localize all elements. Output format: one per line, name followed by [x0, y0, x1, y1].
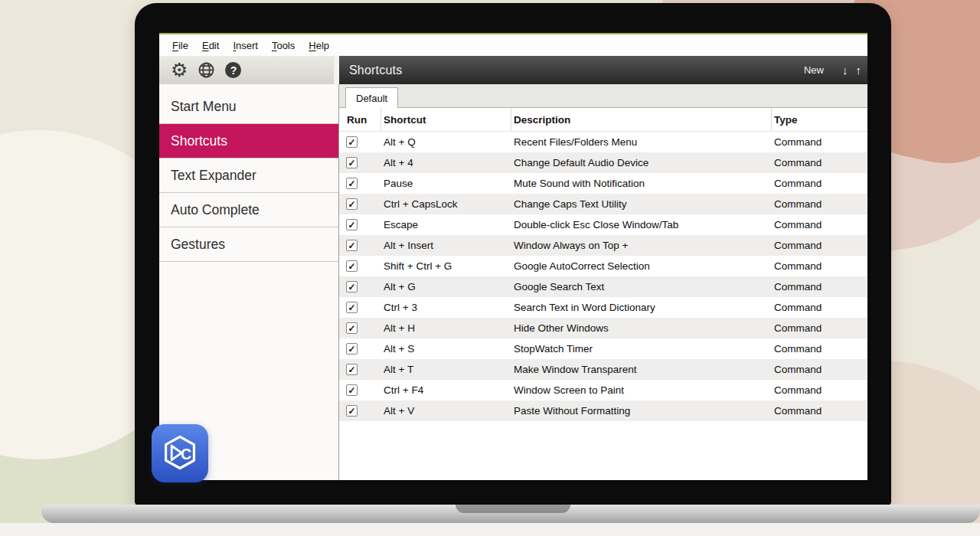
shortcut-cell: Alt + V	[381, 405, 511, 417]
type-cell: Command	[772, 157, 867, 168]
table-row[interactable]: ✓Alt + VPaste Without FormattingCommand	[339, 400, 867, 421]
run-cell: ✓	[339, 260, 381, 272]
table-row[interactable]: ✓PauseMute Sound with NotificationComman…	[339, 173, 867, 194]
sidebar-item-shortcuts[interactable]: Shortcuts	[159, 124, 338, 159]
gear-icon[interactable]: ⚙	[171, 60, 188, 80]
laptop-base-notch	[456, 505, 570, 513]
table-row[interactable]: ✓EscapeDouble-click Esc Close Window/Tab…	[339, 214, 867, 235]
table-row[interactable]: ✓Alt + QRecent Files/Folders MenuCommand	[339, 132, 867, 152]
menu-item-tools[interactable]: Tools	[265, 37, 302, 54]
description-cell: Window Always on Top +	[511, 240, 772, 251]
run-checkbox[interactable]: ✓	[346, 322, 358, 334]
table-row[interactable]: ✓Ctrl + F4Window Screen to PaintCommand	[339, 380, 867, 400]
run-cell: ✓	[339, 198, 381, 210]
description-cell: Google Search Text	[511, 281, 772, 293]
shortcut-cell: Pause	[381, 178, 511, 189]
menu-item-help[interactable]: Help	[302, 37, 336, 54]
menu-item-file[interactable]: File	[165, 37, 195, 54]
description-cell: Make Window Transparent	[511, 364, 772, 375]
run-cell: ✓	[339, 364, 381, 375]
run-cell: ✓	[339, 384, 381, 396]
table-row[interactable]: ✓Alt + HHide Other WindowsCommand	[339, 318, 867, 338]
move-up-button[interactable]: ↑	[856, 64, 862, 77]
table-row[interactable]: ✓Shift + Ctrl + GGoogle AutoCorrect Sele…	[339, 256, 867, 276]
run-checkbox[interactable]: ✓	[346, 136, 358, 148]
laptop-screen: FileEditInsertToolsHelp ⚙ ? Shortcuts	[159, 33, 867, 480]
run-cell: ✓	[339, 240, 381, 251]
run-checkbox[interactable]: ✓	[346, 281, 358, 293]
type-cell: Command	[772, 198, 867, 210]
table-row[interactable]: ✓Alt + SStopWatch TimerCommand	[339, 338, 867, 359]
sidebar-item-text-expander[interactable]: Text Expander	[159, 159, 338, 193]
menu-bar: FileEditInsertToolsHelp	[159, 33, 867, 56]
run-cell: ✓	[339, 302, 381, 313]
description-cell: Double-click Esc Close Window/Tab	[511, 219, 772, 230]
table-header: Run Shortcut Description Type	[339, 108, 867, 132]
type-cell: Command	[772, 136, 867, 148]
table-row[interactable]: ✓Ctrl + 3Search Text in Word DictionaryC…	[339, 297, 867, 318]
column-header-shortcut[interactable]: Shortcut	[381, 108, 511, 131]
run-checkbox[interactable]: ✓	[346, 343, 358, 355]
column-header-type[interactable]: Type	[772, 108, 867, 131]
table-row[interactable]: ✓Alt + TMake Window TransparentCommand	[339, 359, 867, 380]
column-header-run[interactable]: Run	[339, 108, 381, 131]
run-cell: ✓	[339, 219, 381, 230]
description-cell: Change Default Audio Device	[511, 157, 772, 168]
run-checkbox[interactable]: ✓	[346, 364, 358, 375]
help-icon[interactable]: ?	[225, 62, 241, 78]
panel-header: Shortcuts New ↓ ↑	[339, 56, 867, 84]
run-cell: ✓	[339, 405, 381, 417]
run-cell: ✓	[339, 322, 381, 334]
description-cell: Change Caps Text Utility	[511, 198, 772, 210]
type-cell: Command	[772, 384, 867, 396]
run-checkbox[interactable]: ✓	[346, 157, 358, 168]
sidebar-item-auto-complete[interactable]: Auto Complete	[159, 193, 338, 227]
globe-icon[interactable]	[198, 61, 215, 79]
table-row[interactable]: ✓Alt + InsertWindow Always on Top +Comma…	[339, 235, 867, 256]
shortcut-cell: Ctrl + F4	[381, 384, 511, 396]
tab-bar: Default	[339, 84, 867, 108]
sidebar-item-start-menu[interactable]: Start Menu	[159, 90, 338, 124]
shortcut-cell: Alt + H	[381, 322, 511, 334]
shortcut-cell: Alt + Q	[381, 136, 511, 148]
table-row[interactable]: ✓Ctrl + CapsLockChange Caps Text Utility…	[339, 194, 867, 214]
table-row[interactable]: ✓Alt + 4Change Default Audio DeviceComma…	[339, 152, 867, 173]
type-cell: Command	[772, 364, 867, 375]
menu-item-edit[interactable]: Edit	[195, 37, 226, 54]
description-cell: Google AutoCorrect Selection	[511, 260, 772, 272]
sidebar-item-gestures[interactable]: Gestures	[159, 227, 338, 262]
laptop-base	[41, 505, 980, 523]
move-down-button[interactable]: ↓	[842, 64, 848, 77]
type-cell: Command	[772, 260, 867, 272]
shortcut-cell: Alt + G	[381, 281, 511, 293]
type-cell: Command	[772, 240, 867, 251]
run-checkbox[interactable]: ✓	[346, 405, 358, 417]
run-checkbox[interactable]: ✓	[346, 178, 358, 189]
run-checkbox[interactable]: ✓	[346, 302, 358, 313]
description-cell: Hide Other Windows	[511, 322, 772, 334]
toolbar: ⚙ ?	[159, 56, 339, 84]
type-cell: Command	[772, 405, 867, 417]
type-cell: Command	[772, 343, 867, 355]
run-checkbox[interactable]: ✓	[346, 198, 358, 210]
run-checkbox[interactable]: ✓	[346, 384, 358, 396]
run-checkbox[interactable]: ✓	[346, 240, 358, 251]
svg-text:C: C	[181, 446, 191, 462]
run-checkbox[interactable]: ✓	[346, 219, 358, 230]
table-row[interactable]: ✓Alt + GGoogle Search TextCommand	[339, 276, 867, 297]
content-panel: Default Run Shortcut Description Type ✓A…	[339, 84, 867, 480]
run-cell: ✓	[339, 136, 381, 148]
description-cell: StopWatch Timer	[511, 343, 772, 355]
shortcut-cell: Escape	[381, 219, 511, 230]
run-cell: ✓	[339, 178, 381, 189]
column-header-description[interactable]: Description	[511, 108, 772, 131]
run-cell: ✓	[339, 343, 381, 355]
run-checkbox[interactable]: ✓	[346, 260, 358, 272]
menu-item-insert[interactable]: Insert	[226, 37, 265, 54]
shortcut-cell: Shift + Ctrl + G	[381, 260, 511, 272]
tab-default[interactable]: Default	[345, 87, 398, 108]
toolbar-row: ⚙ ? Shortcuts New ↓ ↑	[159, 56, 867, 84]
run-cell: ✓	[339, 157, 381, 168]
new-button[interactable]: New	[804, 64, 824, 76]
description-cell: Paste Without Formatting	[511, 405, 772, 417]
